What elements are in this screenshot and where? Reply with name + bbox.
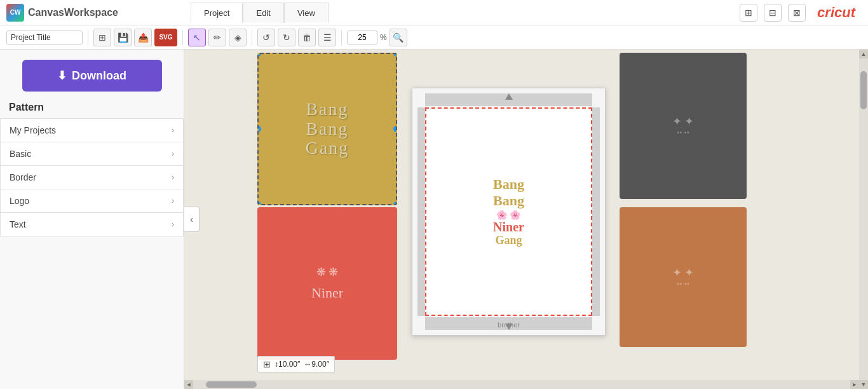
ruler-arrow-up [505, 93, 513, 100]
tab-project[interactable]: Project [191, 3, 243, 24]
size-height-value: ↕10.00″ [275, 360, 300, 369]
save-icon: 💾 [118, 32, 128, 43]
handle-top-left[interactable] [257, 53, 261, 57]
app-name: CanvasWorkspace [28, 7, 118, 18]
chevron-right-icon-text: › [172, 220, 174, 229]
node-icon: ◈ [234, 32, 241, 43]
sidebar-item-label-basic: Basic [10, 149, 31, 159]
nav-tabs: Project Edit View [191, 3, 329, 23]
sidebar-item-label-border: Border [10, 172, 36, 182]
pattern-list: My Projects › Basic › Border › Logo › Te… [0, 118, 184, 389]
paper-text-line2: Bang [493, 193, 524, 209]
scrollbar-up-arrow[interactable]: ▲ [859, 50, 868, 58]
pen-icon: ✏ [214, 32, 221, 43]
pen-tool-button[interactable]: ✏ [208, 29, 226, 46]
paper-canvas-item[interactable]: Bang Bang 🌸 🌸 Niner Gang brother [412, 88, 606, 336]
brown-canvas-item[interactable]: ✦ ✦ •• •• [620, 207, 747, 347]
size-icon: ⊞ [263, 359, 271, 369]
brown-text: ✦ ✦ •• •• [672, 266, 695, 289]
ruler-right [591, 107, 600, 316]
brother-label: brother [498, 321, 520, 329]
ruler-top [425, 93, 592, 106]
properties-button[interactable]: ☰ [318, 29, 336, 46]
red-canvas-item[interactable]: ❋ ❋ Niner [257, 207, 397, 360]
download-label: Download [72, 69, 126, 83]
toolbar-separator-4 [341, 30, 342, 45]
select-tool-button[interactable]: ↖ [188, 29, 206, 46]
scrollbar-right-arrow[interactable]: ► [850, 380, 859, 389]
dark-text: ✦ ✦ •• •• [672, 114, 695, 138]
download-icon: ⬇ [57, 69, 67, 83]
paper-text-line4: Gang [493, 234, 524, 248]
chevron-left-icon: ‹ [190, 214, 193, 224]
scrollbar-thumb-v[interactable] [860, 71, 867, 109]
scrollbar-left-arrow[interactable]: ◄ [184, 380, 193, 389]
delete-icon: 🗑 [302, 32, 311, 43]
save-button[interactable]: 💾 [114, 29, 132, 46]
scrollbar-thumb-h[interactable] [206, 381, 257, 388]
toolbar-separator-2 [182, 30, 183, 45]
zoom-input[interactable] [347, 31, 377, 44]
export-button[interactable]: 📤 [134, 29, 152, 46]
canvas-content: Bang Bang Gang ❋ ❋ Niner [184, 50, 859, 380]
sidebar-item-basic[interactable]: Basic › [0, 142, 184, 166]
gold-text-line3: Gang [306, 139, 349, 158]
delete-button[interactable]: 🗑 [298, 29, 316, 46]
chevron-right-icon-border: › [172, 173, 174, 182]
download-button[interactable]: ⬇ Download [22, 60, 162, 92]
svg-button[interactable]: SVG [154, 29, 177, 46]
scrollbar-right[interactable]: ▲ ▼ [859, 50, 868, 389]
nav-icons: ⊞ ⊟ ⊠ cricut [740, 4, 862, 22]
redo-button[interactable]: ↻ [278, 29, 295, 46]
node-tool-button[interactable]: ◈ [229, 29, 247, 46]
zoom-button[interactable]: 🔍 [390, 29, 407, 46]
properties-icon: ☰ [323, 32, 332, 43]
svg-icon: SVG [159, 34, 172, 41]
nav-icon-2[interactable]: ⊟ [764, 4, 782, 22]
export-icon: 📤 [138, 32, 149, 43]
sidebar-item-label-text: Text [10, 219, 26, 229]
canvas-area[interactable]: ‹ Bang Bang Gang [184, 50, 868, 389]
sidebar-item-label-logo: Logo [10, 196, 29, 206]
top-navigation: CW CanvasWorkspace Project Edit View ⊞ ⊟… [0, 0, 868, 25]
handle-top-right[interactable] [393, 53, 397, 57]
handle-mid-right[interactable] [393, 126, 397, 132]
nav-icon-3[interactable]: ⊠ [788, 4, 806, 22]
tab-view[interactable]: View [284, 3, 329, 23]
dark-canvas-item[interactable]: ✦ ✦ •• •• [620, 53, 747, 199]
paper-text-deco: 🌸 🌸 [493, 210, 524, 220]
handle-bottom-right[interactable] [393, 201, 397, 205]
paper-text-line3: Niner [493, 220, 524, 234]
undo-icon: ↺ [262, 32, 270, 43]
paper-text: Bang Bang 🌸 🌸 Niner Gang [493, 176, 524, 247]
toolbar-separator-1 [88, 30, 88, 45]
select-icon: ↖ [193, 32, 201, 43]
cricut-logo: cricut [817, 4, 855, 21]
logo-area: CW CanvasWorkspace [6, 4, 191, 22]
sidebar-item-text[interactable]: Text › [0, 212, 184, 236]
undo-button[interactable]: ↺ [257, 29, 275, 46]
toolbar-separator-3 [252, 30, 252, 45]
scrollbar-down-arrow[interactable]: ▼ [859, 380, 868, 389]
chevron-right-icon-logo: › [172, 196, 174, 205]
layers-button[interactable]: ⊞ [93, 29, 111, 46]
nav-icon-1[interactable]: ⊞ [740, 4, 757, 22]
red-text-flowers: ❋ ❋ [311, 266, 343, 280]
paper-text-line1: Bang [493, 176, 524, 193]
gold-text: Bang Bang Gang [306, 100, 349, 158]
paper-inner: Bang Bang 🌸 🌸 Niner Gang [425, 107, 592, 316]
sidebar-item-my-projects[interactable]: My Projects › [0, 118, 184, 142]
size-width-value: ↔9.00″ [304, 360, 329, 369]
size-info-box: ⊞ ↕10.00″ ↔9.00″ [257, 356, 335, 372]
scrollbar-bottom[interactable]: ◄ ► [184, 380, 859, 389]
red-text: ❋ ❋ Niner [311, 266, 343, 301]
canvas-nav-arrow-left[interactable]: ‹ [184, 207, 200, 232]
handle-bottom-left[interactable] [257, 201, 261, 205]
project-title-input[interactable] [6, 31, 83, 44]
sidebar-item-logo[interactable]: Logo › [0, 189, 184, 213]
tab-edit[interactable]: Edit [243, 3, 283, 23]
sidebar: ⬇ Download Pattern My Projects › Basic ›… [0, 50, 184, 389]
handle-mid-left[interactable] [257, 126, 261, 132]
sidebar-item-border[interactable]: Border › [0, 165, 184, 189]
gold-canvas-item[interactable]: Bang Bang Gang [257, 53, 397, 205]
